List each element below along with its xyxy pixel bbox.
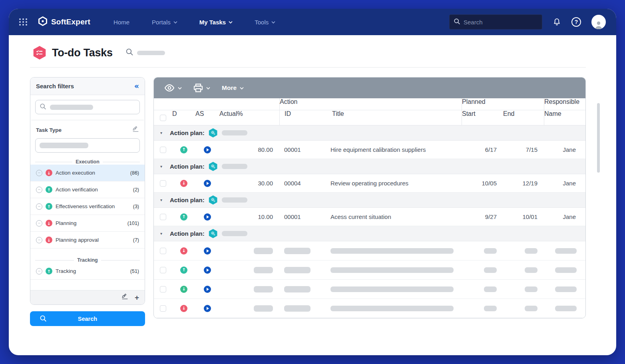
minus-circle-icon[interactable]: −	[36, 203, 42, 210]
trend-down-icon: ↓	[46, 169, 52, 176]
page-header: To-do Tasks	[33, 43, 586, 62]
row-checkbox[interactable]	[160, 286, 166, 292]
column-header-name[interactable]: Name	[544, 110, 585, 125]
app-grid-icon[interactable]	[19, 18, 28, 26]
help-icon[interactable]: ?	[571, 17, 581, 27]
planned-end: 7/15	[503, 141, 544, 159]
activity-status-play-icon[interactable]	[204, 146, 211, 153]
filter-item-action-execution[interactable]: − ↓ Action execution (86)	[30, 165, 145, 181]
minus-circle-icon[interactable]: −	[36, 220, 42, 227]
more-menu-button[interactable]: More	[222, 84, 243, 91]
activity-status-play-icon[interactable]	[204, 305, 211, 312]
column-header-actual[interactable]: Actual%	[219, 110, 279, 125]
filter-item-action-verification[interactable]: − ↑ Action verification (2)	[30, 181, 145, 198]
item-count: (3)	[133, 204, 139, 209]
activity-status-play-icon[interactable]	[204, 180, 211, 187]
column-header-start[interactable]: Start	[462, 110, 503, 125]
filter-search-input[interactable]	[35, 100, 140, 114]
skeleton	[222, 130, 247, 135]
activity-status-play-icon[interactable]	[204, 213, 211, 221]
skeleton	[525, 267, 537, 273]
action-title[interactable]: Review operating procedures	[330, 174, 462, 193]
column-header-d[interactable]: D	[172, 110, 195, 125]
collapse-panel-icon[interactable]: «	[134, 82, 139, 90]
global-search-input[interactable]	[464, 19, 538, 26]
action-title[interactable]: Hire equipment calibration suppliers	[330, 141, 462, 159]
top-navbar: SoftExpert Home Portals My Tasks Tools	[9, 9, 616, 35]
skeleton	[555, 267, 577, 273]
minus-circle-icon[interactable]: −	[36, 187, 42, 193]
visibility-menu-button[interactable]	[164, 84, 181, 92]
action-plan-group-row[interactable]: ▾ Action plan:	[154, 193, 585, 208]
brand-logo[interactable]: SoftExpert	[38, 16, 90, 28]
search-button[interactable]: Search	[30, 311, 145, 326]
action-title[interactable]: Acess current situation	[330, 208, 462, 226]
collapse-group-icon[interactable]: ▾	[160, 164, 166, 169]
section-label-tracking: Tracking	[35, 257, 140, 263]
row-checkbox[interactable]	[160, 267, 166, 273]
nav-item-portals[interactable]: Portals	[152, 19, 177, 26]
select-all-checkbox[interactable]	[160, 115, 166, 121]
minus-circle-icon[interactable]: −	[36, 237, 42, 243]
row-checkbox[interactable]	[160, 248, 166, 254]
notifications-bell-icon[interactable]	[553, 18, 561, 26]
search-filters-panel: Search filters « Task Type	[30, 77, 145, 305]
clear-filters-broom-icon[interactable]	[121, 293, 128, 302]
filter-item-planning-approval[interactable]: − ↓ Planning approval (7)	[30, 232, 145, 249]
chevron-down-icon	[173, 20, 177, 24]
collapse-group-icon[interactable]: ▾	[160, 231, 166, 236]
minus-circle-icon[interactable]: −	[36, 170, 42, 176]
item-count: (86)	[130, 170, 139, 176]
actual-percent: 10.00	[219, 208, 279, 226]
print-menu-button[interactable]	[193, 84, 210, 92]
activity-status-play-icon[interactable]	[204, 286, 211, 293]
row-checkbox[interactable]	[160, 180, 166, 187]
filter-item-tracking[interactable]: − ↑ Tracking (51)	[30, 263, 145, 280]
clear-filter-broom-icon[interactable]	[132, 126, 139, 134]
column-header-as[interactable]: AS	[195, 110, 219, 125]
action-plan-group-row[interactable]: ▾ Action plan:	[154, 226, 585, 241]
page-content: To-do Tasks Search filters «	[9, 35, 616, 326]
brand-name: SoftExpert	[51, 18, 90, 26]
collapse-group-icon[interactable]: ▾	[160, 131, 166, 135]
task-type-input[interactable]	[35, 138, 140, 153]
skeleton	[484, 248, 497, 254]
action-id: 00001	[279, 208, 330, 226]
filter-item-effectiveness-verification[interactable]: − ↑ Effectiveness verification (3)	[30, 198, 145, 215]
action-plan-gear-hexagon-icon	[209, 229, 218, 238]
collapse-group-icon[interactable]: ▾	[160, 198, 166, 202]
deadline-down-icon: ↓	[180, 247, 187, 255]
skeleton	[254, 305, 273, 312]
nav-item-my-tasks[interactable]: My Tasks	[199, 19, 232, 26]
activity-status-play-icon[interactable]	[204, 247, 211, 255]
user-avatar[interactable]	[591, 15, 606, 29]
filter-item-planning[interactable]: − ↓ Planning (101)	[30, 215, 145, 232]
table-toolbar: More	[154, 78, 585, 98]
trend-up-icon: ↑	[46, 203, 52, 210]
column-header-title[interactable]: Title	[330, 110, 462, 125]
page-title: To-do Tasks	[52, 47, 113, 59]
actual-percent: 80.00	[219, 141, 279, 159]
activity-status-play-icon[interactable]	[204, 267, 211, 274]
row-checkbox[interactable]	[160, 214, 166, 220]
skeleton	[525, 286, 537, 292]
task-type-label: Task Type	[36, 127, 62, 133]
skeleton	[137, 51, 165, 55]
skeleton	[40, 143, 88, 148]
add-filter-icon[interactable]: +	[135, 294, 139, 301]
row-checkbox[interactable]	[160, 147, 166, 153]
global-search[interactable]	[449, 14, 542, 30]
nav-item-tools[interactable]: Tools	[255, 19, 275, 26]
column-header-end[interactable]: End	[503, 110, 544, 125]
column-group-responsible: Responsible	[544, 98, 585, 110]
page-title-search[interactable]	[125, 48, 165, 58]
action-plan-group-row[interactable]: ▾ Action plan:	[154, 125, 585, 141]
action-plan-group-row[interactable]: ▾ Action plan:	[154, 159, 585, 174]
column-header-id[interactable]: ID	[279, 110, 330, 125]
table-scrollbar[interactable]	[597, 103, 600, 173]
nav-item-home[interactable]: Home	[113, 19, 129, 26]
row-checkbox[interactable]	[160, 305, 166, 312]
skeleton	[484, 306, 497, 311]
item-count: (101)	[127, 221, 139, 226]
minus-circle-icon[interactable]: −	[36, 268, 42, 274]
